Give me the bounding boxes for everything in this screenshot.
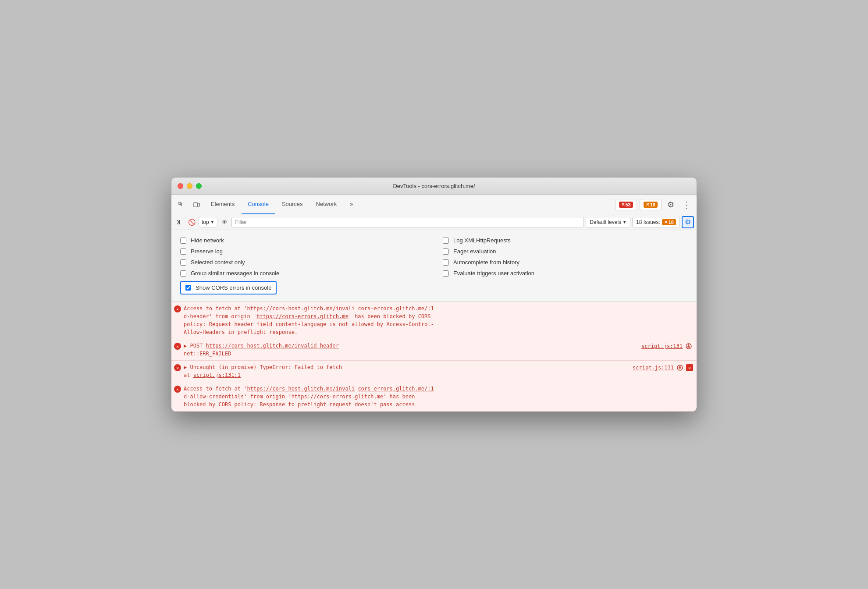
levels-arrow-icon: ▼ [623,220,626,224]
issues-count-badge: ✕ 18 [662,219,676,225]
setting-group-similar: Group similar messages in console [180,270,425,277]
console-content-area: ✕ Access to fetch at 'https://cors-host.… [171,302,697,412]
error-link-1b[interactable]: cors-errors.glitch.me/:1 [358,305,434,312]
setting-evaluate-triggers: Evaluate triggers user activation [443,270,688,277]
eager-eval-checkbox[interactable] [443,248,449,255]
show-cors-label[interactable]: Show CORS errors in console [196,284,271,291]
tab-console[interactable]: Console [242,195,275,214]
error-link-4c[interactable]: https://cors-errors.glitch.me [292,394,384,400]
error-icon-4: ✕ [174,386,181,393]
minimize-button[interactable] [187,183,192,189]
error-icon-2: ✕ [174,343,181,350]
dropdown-arrow-icon: ▼ [210,220,214,224]
setting-autocomplete: Autocomplete from history [443,259,688,266]
inspect-icon[interactable] [175,199,188,211]
error-row-2: ✕ ▶ POST https://cors-host.glitch.me/inv… [171,339,697,361]
eager-eval-label[interactable]: Eager evaluation [453,248,496,255]
autocomplete-label[interactable]: Autocomplete from history [453,259,519,266]
preserve-log-label[interactable]: Preserve log [191,248,223,255]
close-icon-3[interactable]: ✕ [686,364,693,371]
tab-network[interactable]: Network [310,195,343,214]
error-icon-3: ✕ [174,364,181,371]
title-bar: DevTools - cors-errors.glitch.me/ [171,177,697,195]
svg-rect-3 [179,220,180,224]
maximize-button[interactable] [196,183,202,189]
error-actions-2: script.js:131 [637,342,693,351]
issues-counter: 18 Issues: ✕ 18 [632,217,680,227]
context-selector[interactable]: top ▼ [199,217,217,227]
console-toolbar: 🚫 top ▼ 👁 Default levels ▼ 18 Issues: ✕ … [171,214,697,230]
error-count-button[interactable]: ✕ 53 [615,199,637,210]
error-link-1c[interactable]: https://cors-errors.glitch.me [256,313,349,319]
device-icon[interactable] [190,199,203,211]
setting-eager-eval: Eager evaluation [443,248,688,255]
tab-sources[interactable]: Sources [276,195,309,214]
autocomplete-checkbox[interactable] [443,259,449,266]
close-button[interactable] [178,183,183,189]
error-badge: ✕ 53 [619,202,633,208]
error-text-1: Access to fetch at 'https://cors-host.gl… [184,305,693,336]
setting-show-cors: Show CORS errors in console [180,281,277,294]
devtools-window: DevTools - cors-errors.glitch.me/ Elemen… [171,177,697,412]
error-row-4: ✕ Access to fetch at 'https://cors-host.… [171,382,697,412]
show-cors-checkbox[interactable] [185,285,191,291]
error-row-3: ✕ ▶ Uncaught (in promise) TypeError: Fai… [171,361,697,382]
settings-panel: Hide network Log XMLHttpRequests Preserv… [171,230,697,302]
levels-dropdown[interactable]: Default levels ▼ [586,217,630,227]
toolbar-right: ✕ 53 ✕ 18 ⚙ ⋮ [615,199,694,211]
selected-context-checkbox[interactable] [180,259,186,266]
svg-rect-1 [198,203,199,206]
log-xhr-checkbox[interactable] [443,238,449,244]
log-xhr-label[interactable]: Log XMLHttpRequests [453,237,511,244]
main-toolbar: Elements Console Sources Network » ✕ 53 [171,195,697,214]
error-text-2: ▶ POST https://cors-host.glitch.me/inval… [184,342,633,358]
svg-rect-0 [194,202,197,207]
svg-point-7 [679,366,681,367]
warning-badge: ✕ 18 [644,202,658,208]
anchor-icon-2[interactable] [684,342,693,351]
error-link-4b[interactable]: cors-errors.glitch.me/:1 [358,386,434,392]
tab-more[interactable]: » [344,195,359,214]
warning-count-button[interactable]: ✕ 18 [640,199,662,210]
more-options-icon[interactable]: ⋮ [680,199,693,211]
window-title: DevTools - cors-errors.glitch.me/ [393,183,475,189]
evaluate-triggers-checkbox[interactable] [443,270,449,277]
error-link-1a[interactable]: https://cors-host.glitch.me/invali [247,305,355,312]
error-icon-1: ✕ [174,305,181,312]
anchor-icon-3[interactable] [676,363,684,372]
hide-network-checkbox[interactable] [180,238,186,244]
selected-context-label[interactable]: Selected context only [191,259,245,266]
error-link-4a[interactable]: https://cors-host.glitch.me/invali [247,386,355,392]
tab-bar: Elements Console Sources Network » [205,195,613,214]
preserve-log-checkbox[interactable] [180,248,186,255]
error-link-3a[interactable]: script.js:131:1 [193,372,241,378]
clear-console-icon[interactable] [174,217,185,227]
error-row-1: ✕ Access to fetch at 'https://cors-host.… [171,302,697,339]
setting-log-xhr: Log XMLHttpRequests [443,237,688,244]
group-similar-label[interactable]: Group similar messages in console [191,270,279,277]
setting-selected-context: Selected context only [180,259,425,266]
evaluate-triggers-label[interactable]: Evaluate triggers user activation [453,270,534,277]
error-actions-3: script.js:131 ✕ [628,363,693,372]
svg-point-5 [688,344,690,346]
tab-elements[interactable]: Elements [205,195,241,214]
error-source-3[interactable]: script.js:131 [628,365,674,371]
error-link-2a[interactable]: https://cors-host.glitch.me/invalid-head… [206,343,339,349]
hide-network-label[interactable]: Hide network [191,237,224,244]
group-similar-checkbox[interactable] [180,270,186,277]
settings-gear-icon[interactable]: ⚙ [664,199,677,211]
error-text-3: ▶ Uncaught (in promise) TypeError: Faile… [184,363,624,379]
setting-preserve-log: Preserve log [180,248,425,255]
console-settings-gear-icon[interactable]: ⚙ [682,216,694,228]
setting-hide-network: Hide network [180,237,425,244]
ban-icon[interactable]: 🚫 [186,217,197,227]
filter-input[interactable] [231,217,584,227]
traffic-lights [178,183,202,189]
error-source-2[interactable]: script.js:131 [637,343,683,349]
eye-icon[interactable]: 👁 [219,217,230,227]
error-text-4: Access to fetch at 'https://cors-host.gl… [184,385,693,408]
